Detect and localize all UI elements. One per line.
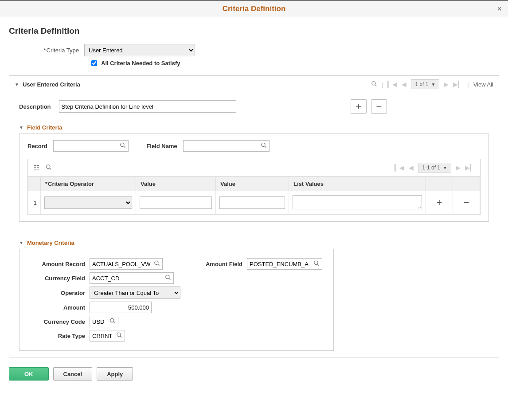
ok-button[interactable]: OK xyxy=(9,367,49,381)
page-title: Criteria Definition xyxy=(9,26,499,36)
apply-button[interactable]: Apply xyxy=(97,367,133,381)
add-row-button[interactable]: + xyxy=(430,194,449,212)
remove-row-button[interactable]: − xyxy=(371,99,387,114)
svg-point-4 xyxy=(262,143,265,146)
col-list: List Values xyxy=(289,177,426,191)
row-number: 1 xyxy=(28,191,41,215)
amount-record-input[interactable] xyxy=(90,258,163,270)
svg-line-1 xyxy=(375,84,377,86)
search-icon[interactable] xyxy=(313,260,320,268)
first-icon[interactable]: ▎◀ xyxy=(387,81,397,88)
currency-field-label: Currency Field xyxy=(27,275,85,282)
svg-line-3 xyxy=(124,146,125,148)
fieldname-input[interactable] xyxy=(183,140,270,152)
add-row-button[interactable]: + xyxy=(351,99,367,114)
modal-header: Criteria Definition × xyxy=(0,0,508,17)
all-criteria-checkbox[interactable] xyxy=(91,60,97,66)
search-icon[interactable] xyxy=(46,164,52,172)
description-label: Description xyxy=(19,103,51,110)
amount-field-label: Amount Field xyxy=(194,261,242,267)
svg-point-6 xyxy=(47,165,50,168)
criteria-type-label: Criteria Type xyxy=(9,47,84,54)
currency-field-input[interactable] xyxy=(90,272,174,284)
value2-input[interactable] xyxy=(219,196,285,209)
value1-input[interactable] xyxy=(140,196,212,209)
rate-type-label: Rate Type xyxy=(27,333,85,339)
view-all-link[interactable]: View All xyxy=(473,81,493,88)
criteria-operator-select[interactable] xyxy=(44,196,132,209)
last-icon[interactable]: ▶▎ xyxy=(465,164,475,171)
chevron-down-icon[interactable]: ▼ xyxy=(19,125,23,130)
svg-point-14 xyxy=(110,318,114,322)
svg-line-7 xyxy=(50,168,51,169)
operator-label: Operator xyxy=(27,290,85,296)
chevron-down-icon[interactable]: ▼ xyxy=(19,240,23,245)
criteria-type-select[interactable]: User Entered xyxy=(84,44,195,56)
field-criteria-box: Record Field Name xyxy=(19,133,489,222)
grid-settings-icon[interactable]: ☷ xyxy=(33,164,39,172)
uec-title: User Entered Criteria xyxy=(23,81,80,88)
last-icon[interactable]: ▶▎ xyxy=(453,81,463,88)
chevron-down-icon[interactable]: ▼ xyxy=(15,82,19,87)
close-icon[interactable]: × xyxy=(497,4,502,14)
col-value1: Value xyxy=(136,177,216,191)
svg-point-12 xyxy=(166,275,169,279)
fieldname-label: Field Name xyxy=(146,143,177,149)
description-input[interactable] xyxy=(59,100,236,113)
svg-line-5 xyxy=(265,146,266,148)
svg-point-2 xyxy=(121,143,124,146)
next-icon[interactable]: ▶ xyxy=(456,164,461,171)
prev-icon[interactable]: ◀ xyxy=(402,81,406,88)
modal-title: Criteria Definition xyxy=(223,4,286,13)
col-operator: Criteria Operator xyxy=(45,181,94,187)
amount-label: Amount xyxy=(27,304,85,311)
field-criteria-grid: ☷ ▎◀ ◀ 1-1 of 1▼ ▶ ▶▎ xyxy=(27,159,481,215)
grid-page-badge[interactable]: 1-1 of 1▼ xyxy=(418,163,451,173)
svg-point-8 xyxy=(155,261,158,264)
user-entered-criteria-section: ▼ User Entered Criteria | ▎◀ ◀ 1 of 1▼ ▶… xyxy=(9,75,499,357)
all-criteria-label: All Criteria Needed to Satisfy xyxy=(101,60,180,67)
search-icon[interactable] xyxy=(371,81,377,88)
search-icon[interactable] xyxy=(154,260,160,268)
amount-field-input[interactable] xyxy=(247,258,322,270)
operator-select[interactable]: Greater Than or Equal To xyxy=(90,287,180,299)
svg-point-0 xyxy=(372,81,375,85)
search-icon[interactable] xyxy=(261,142,267,150)
col-value2: Value xyxy=(216,177,289,191)
search-icon[interactable] xyxy=(116,332,122,340)
field-criteria-title: Field Criteria xyxy=(27,124,62,131)
svg-point-16 xyxy=(117,333,121,336)
record-label: Record xyxy=(27,143,47,149)
search-icon[interactable] xyxy=(120,142,126,150)
remove-row-button[interactable]: − xyxy=(457,194,476,212)
svg-line-15 xyxy=(113,322,115,323)
record-input[interactable] xyxy=(53,140,129,152)
prev-icon[interactable]: ◀ xyxy=(409,164,414,171)
monetary-criteria-box: Amount Record Amount Field Currency Fiel… xyxy=(19,249,334,351)
svg-point-10 xyxy=(314,261,318,264)
next-icon[interactable]: ▶ xyxy=(444,81,449,88)
table-header-row: Criteria Operator Value Value List Value… xyxy=(28,177,480,191)
svg-line-11 xyxy=(317,264,319,266)
currency-code-label: Currency Code xyxy=(27,318,85,325)
cancel-button[interactable]: Cancel xyxy=(53,367,93,381)
list-values-input[interactable] xyxy=(293,195,422,209)
search-icon[interactable] xyxy=(109,318,116,326)
svg-line-9 xyxy=(158,264,160,266)
table-row: 1 + − xyxy=(28,191,480,215)
first-icon[interactable]: ▎◀ xyxy=(395,164,404,171)
amount-record-label: Amount Record xyxy=(27,261,85,267)
search-icon[interactable] xyxy=(165,275,171,282)
svg-line-17 xyxy=(120,336,122,338)
monetary-criteria-title: Monetary Criteria xyxy=(27,239,74,246)
amount-input[interactable] xyxy=(90,302,152,313)
page-badge[interactable]: 1 of 1▼ xyxy=(411,79,439,89)
svg-line-13 xyxy=(169,278,171,280)
